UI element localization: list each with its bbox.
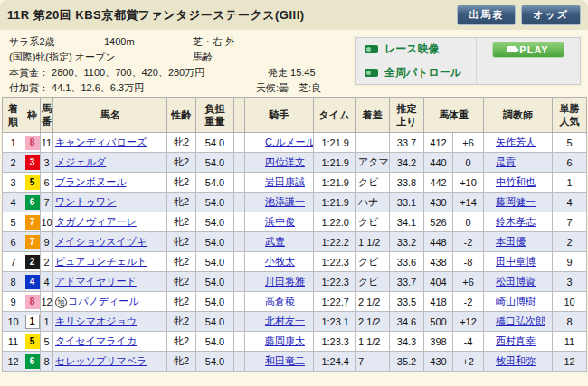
cell-jockey: 北村友一 [245, 312, 314, 332]
patrol-video-cell[interactable]: 全周パトロール [356, 61, 476, 84]
trainer-link[interactable]: 崎山博樹 [496, 296, 536, 306]
cell-sex-age: 牝2 [167, 133, 196, 153]
trainer-link[interactable]: 牧田和弥 [496, 355, 536, 366]
cell-frame: 7 [24, 232, 41, 252]
cell-time: 1:22.3 [314, 252, 356, 272]
cell-frame: 3 [24, 153, 41, 173]
frame-number-box: 3 [25, 155, 40, 170]
horse-name-link[interactable]: メジェルダ [55, 156, 106, 167]
odds-button[interactable]: オッズ [521, 5, 581, 25]
race-video-label[interactable]: レース映像 [384, 42, 440, 57]
cell-last3f: 33.6 [390, 252, 424, 272]
cell-rank: 10 [3, 312, 24, 332]
trainer-link[interactable]: 昆貢 [496, 156, 516, 167]
col-header-popularity: 単勝 人気 [553, 98, 587, 133]
trainer-link[interactable]: 田中章博 [496, 256, 536, 267]
cell-blank [234, 193, 245, 212]
cell-blank [234, 312, 245, 332]
cell-margin: ハナ [356, 193, 390, 212]
cell-time: 1:22.2 [314, 232, 356, 252]
trainer-link[interactable]: 橋口弘次郎 [496, 315, 545, 326]
horse-name-link[interactable]: アドマイヤリード [55, 276, 137, 287]
cell-blank [234, 292, 245, 312]
cell-weight: 54.0 [196, 272, 234, 292]
race-video-cell[interactable]: レース映像 [356, 38, 476, 61]
cell-jockey: 池添謙一 [245, 193, 314, 212]
cell-weight: 54.0 [196, 173, 234, 193]
cell-margin: アタマ [356, 153, 390, 173]
shutsubahyo-button[interactable]: 出馬表 [457, 5, 516, 25]
cell-frame: 5 [24, 173, 41, 193]
trainer-link[interactable]: 鈴木孝志 [496, 216, 536, 227]
cell-last3f: 34.1 [390, 212, 424, 232]
cell-rank: 7 [3, 252, 24, 272]
cell-popularity: 6 [553, 153, 587, 173]
cell-sex-age: 牝2 [167, 153, 196, 173]
jockey-link[interactable]: 和田竜二 [265, 355, 305, 366]
col-header-body-weight: 馬体重 [424, 98, 484, 133]
jockey-link[interactable]: 四位洋文 [265, 156, 305, 167]
cell-margin: クビ [356, 212, 390, 232]
cell-time: 1:21.9 [314, 153, 356, 173]
frame-number-box: 7 [25, 215, 40, 230]
cell-weight-change: -2 [453, 232, 484, 252]
horse-name-link[interactable]: ワントゥワン [55, 196, 117, 207]
jockey-link[interactable]: 小牧太 [265, 256, 295, 267]
horse-name-link[interactable]: タガノヴィアーレ [55, 216, 137, 227]
frame-number-box: 5 [25, 175, 40, 190]
horse-name-link[interactable]: キャンディバローズ [55, 137, 147, 147]
race-info-section: サラ系2歳 1400m 芝・右 外 (国際)牝(指定) オープン 馬齢 本賞金：… [0, 30, 588, 95]
jockey-link[interactable]: 北村友一 [265, 315, 305, 326]
cell-sex-age: 牝2 [167, 352, 196, 372]
result-table: 着 順 枠 馬 番 馬名 性齢 負担 重量 騎手 タイム 着差 推定 上り 馬体… [2, 97, 587, 372]
horse-name-link[interactable]: ピュアコンチェルト [55, 256, 147, 267]
horse-name-link[interactable]: タイセイマライカ [55, 335, 137, 346]
video-panel: レース映像 PLAY 全周パトロール [355, 37, 581, 85]
trainer-link[interactable]: 松田博資 [496, 276, 536, 287]
cell-last3f: 33.7 [390, 133, 424, 153]
title-bar: 11R 第20回 KBS京都賞ファンタジーステークス(GIII) 出馬表 オッズ [0, 0, 588, 30]
jockey-link[interactable]: 浜中俊 [265, 216, 295, 227]
horse-name-link[interactable]: セレッソプリマベラ [55, 355, 147, 366]
table-row: 8 4 4 アドマイヤリード 牝2 54.0 川田将雅 1:22.3 クビ 33… [3, 272, 587, 292]
cell-time: 1:22.7 [314, 292, 356, 312]
cell-weight: 54.0 [196, 153, 234, 173]
cell-rank: 11 [3, 332, 24, 352]
cell-popularity: 1 [553, 173, 587, 193]
col-header-margin: 着差 [356, 98, 390, 133]
cell-blank [234, 212, 245, 232]
trainer-link[interactable]: 藤岡健一 [496, 196, 536, 207]
trainer-link[interactable]: 本田優 [496, 236, 526, 247]
cell-horse-number: 9 [41, 232, 53, 252]
cell-time: 1:21.9 [314, 193, 356, 212]
cell-sex-age: 牝2 [167, 173, 196, 193]
race-start-time: 発走 15:45 [268, 65, 316, 80]
horse-name-link[interactable]: メイショウスイヅキ [55, 236, 147, 247]
jockey-link[interactable]: 川田将雅 [265, 276, 305, 287]
horse-name-link[interactable]: キリシマオジョウ [55, 315, 137, 326]
jockey-link[interactable]: 藤岡康太 [265, 335, 305, 346]
patrol-video-label[interactable]: 全周パトロール [384, 65, 461, 80]
trainer-link[interactable]: 矢作芳人 [496, 137, 536, 147]
horse-name-link[interactable]: ブランボヌール [55, 176, 127, 187]
jockey-link[interactable]: 池添謙一 [265, 196, 305, 207]
cell-frame: 4 [24, 272, 41, 292]
frame-number-box: 5 [25, 334, 40, 349]
horse-name-link[interactable]: コパノディール [68, 296, 139, 306]
jockey-link[interactable]: 武豊 [265, 236, 285, 247]
cell-weight-change: +14 [453, 193, 484, 212]
jockey-link[interactable]: 高倉稜 [265, 296, 295, 306]
video-camera-icon [365, 45, 378, 53]
play-button[interactable]: PLAY [492, 42, 564, 58]
cell-weight-change: -8 [453, 252, 484, 272]
jockey-link[interactable]: C.ルメール [265, 137, 314, 147]
cell-weight: 54.0 [196, 312, 234, 332]
cell-body-weight: 440 [424, 153, 453, 173]
cell-body-weight: 448 [424, 232, 453, 252]
cell-rank: 12 [3, 352, 24, 372]
trainer-link[interactable]: 西村真幸 [496, 335, 536, 346]
cell-body-weight: 412 [424, 133, 453, 153]
cell-frame: 6 [24, 193, 41, 212]
trainer-link[interactable]: 中竹和也 [496, 176, 536, 187]
jockey-link[interactable]: 岩田康誠 [265, 176, 305, 187]
